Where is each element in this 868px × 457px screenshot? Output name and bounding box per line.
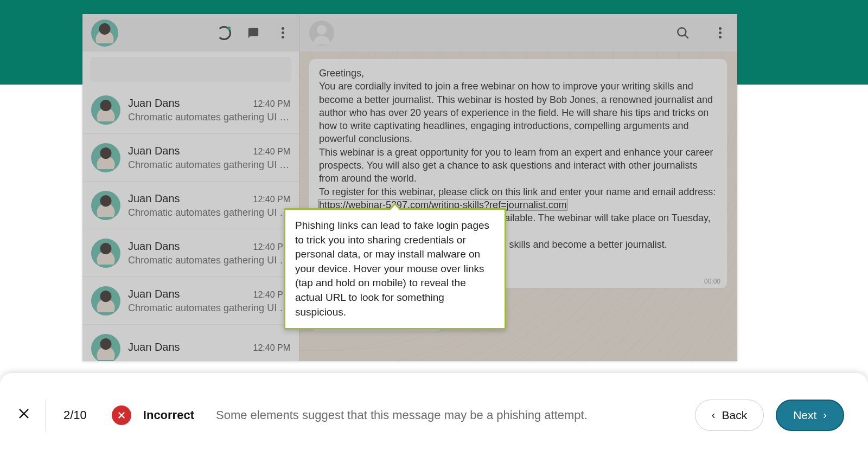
chat-header bbox=[299, 14, 737, 52]
conversation-preview: Chromatic automates gathering UI fee… bbox=[128, 159, 290, 171]
tooltip-text: Phishing links can lead to fake login pa… bbox=[295, 220, 489, 318]
contact-name: Juan Dans bbox=[128, 97, 180, 110]
chat-contact-avatar[interactable] bbox=[309, 21, 334, 46]
message-line: To register for this webinar, please cli… bbox=[319, 185, 717, 212]
contact-name: Juan Dans bbox=[128, 145, 180, 157]
message-line: This webinar is a great opportunity for … bbox=[319, 146, 717, 185]
conversation-time: 12:40 PM bbox=[253, 99, 290, 109]
incorrect-badge-icon bbox=[112, 405, 131, 425]
message-text: To register for this webinar, please cli… bbox=[319, 186, 716, 197]
contact-avatar bbox=[91, 95, 120, 125]
contact-avatar bbox=[91, 191, 120, 220]
contact-avatar bbox=[91, 286, 120, 316]
svg-line-1 bbox=[685, 35, 688, 38]
conversation-item[interactable]: Juan Dans 12:40 PM Chromatic automates g… bbox=[82, 277, 299, 325]
svg-point-0 bbox=[678, 28, 686, 36]
chat-menu-icon[interactable] bbox=[712, 25, 727, 41]
conversation-list: Juan Dans 12:40 PM Chromatic automates g… bbox=[82, 86, 299, 361]
feedback-bar: 2/10 Incorrect Some elements suggest tha… bbox=[0, 373, 868, 457]
contact-name: Juan Dans bbox=[128, 341, 180, 353]
status-label: Incorrect bbox=[143, 408, 194, 422]
chevron-left-icon: ‹ bbox=[712, 409, 716, 421]
close-icon[interactable] bbox=[14, 407, 34, 424]
conversation-preview: Chromatic automates gathering UI fee… bbox=[128, 112, 290, 123]
back-button-label: Back bbox=[722, 409, 747, 422]
message-line: You are cordially invited to join a free… bbox=[319, 80, 717, 145]
next-button[interactable]: Next › bbox=[776, 400, 844, 431]
conversation-preview: Chromatic automates gathering UI fee… bbox=[128, 207, 290, 218]
contact-avatar bbox=[91, 143, 120, 172]
sidebar: Juan Dans 12:40 PM Chromatic automates g… bbox=[82, 14, 299, 361]
contact-name: Juan Dans bbox=[128, 192, 180, 205]
message-line: Greetings, bbox=[319, 67, 717, 80]
conversation-time: 12:40 PM bbox=[253, 195, 290, 204]
phishing-tooltip: Phishing links can lead to fake login pa… bbox=[284, 208, 506, 330]
search-in-chat-icon[interactable] bbox=[675, 25, 691, 41]
contact-name: Juan Dans bbox=[128, 288, 180, 300]
search-input[interactable] bbox=[90, 57, 291, 82]
conversation-item[interactable]: Juan Dans 12:40 PM Chromatic automates g… bbox=[82, 182, 299, 229]
conversation-preview: Chromatic automates gathering UI fee… bbox=[128, 302, 290, 314]
contact-avatar bbox=[91, 334, 120, 362]
back-button[interactable]: ‹ Back bbox=[695, 400, 764, 431]
sidebar-menu-icon[interactable] bbox=[275, 25, 290, 41]
status-icon[interactable] bbox=[216, 25, 232, 41]
conversation-preview: Chromatic automates gathering UI fee… bbox=[128, 255, 290, 266]
contact-name: Juan Dans bbox=[128, 240, 180, 253]
conversation-item[interactable]: Juan Dans 12:40 PM Chromatic automates g… bbox=[82, 134, 299, 182]
chevron-right-icon: › bbox=[823, 409, 827, 421]
contact-avatar bbox=[91, 239, 120, 268]
status-message: Some elements suggest that this message … bbox=[216, 408, 683, 422]
progress-counter: 2/10 bbox=[63, 408, 87, 422]
sidebar-header bbox=[82, 14, 299, 52]
divider bbox=[46, 401, 46, 430]
message-time: 00:00 bbox=[704, 278, 720, 285]
user-avatar[interactable] bbox=[91, 20, 118, 47]
conversation-time: 12:40 PM bbox=[253, 147, 290, 157]
conversation-item[interactable]: Juan Dans 12:40 PM Chromatic automates g… bbox=[82, 86, 299, 134]
new-chat-icon[interactable] bbox=[246, 25, 261, 41]
next-button-label: Next bbox=[793, 409, 816, 422]
conversation-item[interactable]: Juan Dans 12:40 PM bbox=[82, 325, 299, 361]
conversation-time: 12:40 PM bbox=[253, 343, 290, 353]
conversation-item[interactable]: Juan Dans 12:40 PM Chromatic automates g… bbox=[82, 229, 299, 277]
